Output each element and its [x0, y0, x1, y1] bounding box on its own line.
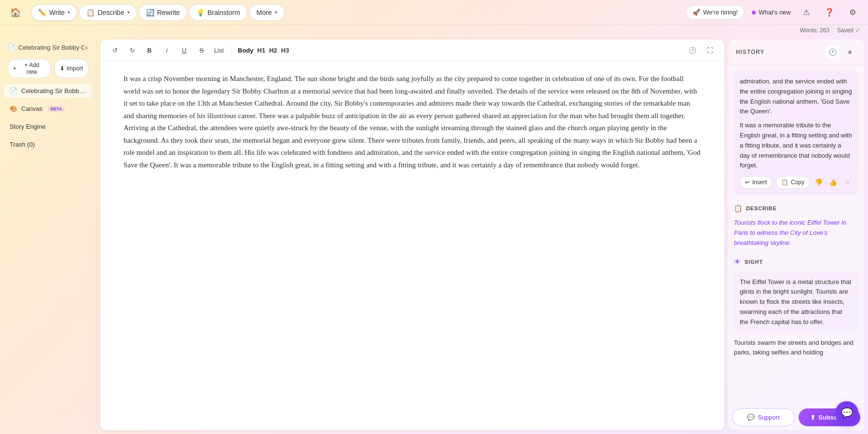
sight-text-1: The Eiffel Tower is a metal structure th… [740, 277, 853, 327]
insert-label: Insert [752, 179, 767, 186]
describe-section-icon: 📋 [734, 204, 742, 212]
history-icons: 🕐 ★ [826, 45, 856, 59]
describe-label: Describe [97, 9, 124, 16]
redo-button[interactable]: ↻ [125, 43, 139, 57]
add-new-label: + Add new [18, 62, 45, 75]
insert-button[interactable]: ↩ Insert [740, 176, 772, 189]
sidebar: 📄 Celebrating Sir Bobby C... « + + Add n… [0, 36, 96, 434]
sidebar-item-story[interactable]: Story Engine [4, 120, 92, 134]
brainstorm-button[interactable]: 💡 Brainstorm [189, 4, 247, 21]
sight-text-2: Tourists swarm the streets and bridges a… [734, 338, 858, 358]
history-star-button[interactable]: ★ [843, 45, 856, 59]
sidebar-item-doc1[interactable]: 📄 Celebrating Sir Bobby Charlton's L... [4, 84, 92, 98]
more-label: More [257, 9, 272, 16]
right-panel: HISTORY 🕐 ★ admiration, and the service … [728, 36, 868, 434]
sidebar-item-canvas-label: Canvas [21, 105, 42, 112]
subscribe-icon: ⬆ [810, 414, 815, 421]
list-button[interactable]: List [212, 43, 226, 57]
describe-section-title: DESCRIBE [746, 205, 777, 211]
home-icon[interactable]: 🏠 [8, 5, 23, 20]
history-clock-button[interactable]: 🕐 [826, 45, 839, 59]
rewrite-button[interactable]: 🔄 Rewrite [139, 4, 187, 21]
help-icon-button[interactable]: ❓ [822, 5, 837, 20]
support-button[interactable]: 💬 Support [732, 408, 795, 426]
sidebar-item-doc1-icon: 📄 [10, 87, 17, 95]
history-title: HISTORY [736, 49, 764, 55]
thumbs-up-button[interactable]: 👍 [828, 176, 839, 189]
write-label: Write [49, 9, 65, 16]
strikethrough-button[interactable]: S [195, 43, 208, 57]
describe-caret: ▾ [127, 10, 130, 15]
copy-button[interactable]: 📋 Copy [776, 176, 810, 189]
sidebar-item-canvas[interactable]: 🎨 Canvas BETA [4, 102, 92, 116]
sight-section-title: SIGHT [745, 259, 763, 265]
import-label: Import [67, 65, 83, 72]
saved-badge: Saved ✓ [837, 27, 860, 34]
whats-new-dot [752, 11, 756, 14]
sidebar-header: 📄 Celebrating Sir Bobby C... « [4, 41, 92, 53]
panel-scroll[interactable]: admiration, and the service ended with t… [728, 65, 864, 405]
history-header: HISTORY 🕐 ★ [728, 40, 864, 65]
whats-new-button[interactable]: What's new [752, 9, 791, 16]
import-button[interactable]: ⬇ Import [54, 59, 88, 78]
word-count-bar: Words: 263 Saved ✓ [0, 25, 868, 36]
whats-new-label: What's new [759, 9, 791, 16]
beta-badge: BETA [48, 106, 65, 112]
bookmark-button[interactable]: ☆ [842, 176, 853, 189]
editor-toolbar: ↺ ↻ B i U S List Body H1 H2 H3 🕐 ⛶ [100, 40, 724, 61]
describe-button[interactable]: 📋 Describe ▾ [79, 4, 136, 21]
rewrite-icon: 🔄 [146, 9, 154, 16]
brainstorm-label: Brainstorm [207, 9, 240, 16]
doc-icon: 📄 [8, 44, 15, 51]
underline-button[interactable]: U [177, 43, 191, 57]
sidebar-item-doc1-label: Celebrating Sir Bobby Charlton's L... [21, 87, 86, 95]
import-icon: ⬇ [60, 65, 65, 72]
top-nav: 🏠 ✏️ Write ▾ 📋 Describe ▾ 🔄 Rewrite 💡 Br… [0, 0, 868, 25]
chat-icon: 💬 [841, 407, 853, 419]
toolbar-group: ✏️ Write ▾ 📋 Describe ▾ 🔄 Rewrite 💡 Brai… [31, 4, 682, 21]
collapse-sidebar-button[interactable]: « [84, 43, 88, 51]
sidebar-item-trash[interactable]: Trash (0) [4, 137, 92, 151]
sight-block-1: The Eiffel Tower is a metal structure th… [734, 271, 858, 333]
write-button[interactable]: ✏️ Write ▾ [31, 4, 77, 21]
doc-title-label: Celebrating Sir Bobby C... [18, 44, 84, 51]
support-icon: 💬 [747, 414, 755, 421]
fullscreen-button[interactable]: ⛶ [703, 43, 717, 57]
more-button[interactable]: More ▾ [249, 4, 285, 21]
main-layout: 📄 Celebrating Sir Bobby C... « + + Add n… [0, 36, 868, 434]
chat-bubble-button[interactable]: 💬 [835, 401, 858, 424]
write-caret: ▾ [68, 10, 70, 15]
add-new-button[interactable]: + + Add new [8, 59, 51, 78]
describe-icon: 📋 [86, 9, 95, 16]
history-text-1: admiration, and the service ended with t… [740, 77, 853, 117]
sidebar-doc-title[interactable]: 📄 Celebrating Sir Bobby C... [8, 44, 84, 51]
brainstorm-icon: 💡 [196, 9, 204, 16]
editor-area: ↺ ↻ B i U S List Body H1 H2 H3 🕐 ⛶ It wa… [100, 40, 724, 430]
saved-label: Saved [837, 27, 854, 34]
thumbs-down-button[interactable]: 👎 [814, 176, 824, 189]
toolbar-divider [231, 45, 232, 55]
editor-content[interactable]: It was a crisp November morning in Manch… [100, 61, 724, 430]
bold-button[interactable]: B [143, 43, 156, 57]
alert-icon-button[interactable]: ⚠ [799, 5, 814, 20]
describe-section-header: 📋 DESCRIBE [734, 201, 858, 215]
add-icon: + [13, 65, 16, 72]
hiring-label: We're hiring! [703, 9, 738, 16]
clock-button[interactable]: 🕐 [686, 43, 699, 57]
h1-format-button[interactable]: H1 [258, 47, 266, 54]
rewrite-label: Rewrite [157, 9, 180, 16]
sidebar-actions: + + Add new ⬇ Import [4, 57, 92, 80]
h3-format-button[interactable]: H3 [281, 47, 289, 54]
italic-button[interactable]: i [160, 43, 174, 57]
history-actions: ↩ Insert 📋 Copy 👎 👍 ☆ [740, 176, 853, 189]
sight-section-header: 👁 SIGHT [734, 254, 858, 269]
undo-button[interactable]: ↺ [108, 43, 122, 57]
settings-icon-button[interactable]: ⚙ [845, 5, 860, 20]
history-text-2: It was a memorable tribute to the Englis… [740, 121, 853, 171]
body-format-button[interactable]: Body [238, 47, 254, 54]
sidebar-item-story-label: Story Engine [10, 123, 45, 130]
h2-format-button[interactable]: H2 [269, 47, 277, 54]
hiring-button[interactable]: 🚀 We're hiring! [686, 5, 744, 19]
copy-label: Copy [791, 179, 804, 186]
write-icon: ✏️ [38, 9, 46, 16]
